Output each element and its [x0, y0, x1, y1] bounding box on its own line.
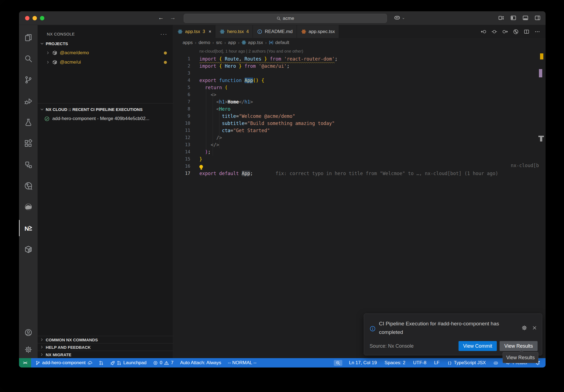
notification-settings-gear-icon[interactable]: [522, 319, 527, 336]
run-circle-icon[interactable]: [513, 29, 519, 34]
lightbulb-icon[interactable]: [199, 165, 203, 168]
code-token: h1: [245, 99, 250, 105]
activity-item-edge-browser[interactable]: [19, 196, 37, 217]
code-token: "Build something amazing today": [247, 121, 335, 126]
code-token: }: [236, 63, 245, 69]
activity-item-extensions[interactable]: [19, 133, 37, 154]
activity-item-search[interactable]: [19, 48, 37, 69]
copilot-menu[interactable]: ⌄: [394, 15, 405, 21]
ellipsis-icon[interactable]: [535, 29, 540, 34]
close-window-button[interactable]: [25, 16, 29, 20]
layout-panel-icon[interactable]: [522, 15, 528, 21]
tab-app.tsx[interactable]: app.tsx3×: [173, 25, 215, 38]
code-token: [199, 149, 205, 155]
code-token: [199, 113, 222, 119]
status-language-mode[interactable]: {}TypeScript JSX: [446, 360, 487, 366]
pipeline-execution-item[interactable]: add-hero-component - Merge 409b44e5cb02.…: [38, 114, 173, 123]
project-tree-item[interactable]: @acme/ui: [38, 58, 173, 67]
tab-label: app.tsx: [185, 29, 200, 34]
status-problems[interactable]: 07: [152, 360, 175, 366]
command-center-search[interactable]: acme: [184, 14, 387, 23]
chevron-right-icon: [46, 60, 50, 64]
tab-hero.tsx[interactable]: hero.tsx4: [215, 25, 253, 38]
code-token: export: [199, 78, 219, 83]
view-results-button[interactable]: View Results: [500, 341, 538, 351]
nav-back-icon[interactable]: [481, 29, 486, 34]
breadcrumb-item-app.tsx[interactable]: app.tsx: [242, 40, 263, 45]
nx-cloud-section-header[interactable]: NX CLOUD :: RECENT CI PIPELINE EXECUTION…: [38, 105, 173, 114]
view-commit-button[interactable]: View Commit: [459, 341, 497, 351]
status-text: LF: [434, 360, 440, 366]
status-zoom-indicator[interactable]: [334, 360, 342, 366]
status-git-compare[interactable]: [98, 361, 105, 365]
status-text: 7: [171, 360, 173, 366]
zoom-window-button[interactable]: [40, 16, 44, 20]
activity-item-source-control[interactable]: [19, 69, 37, 90]
chevron-down-icon: [40, 42, 44, 46]
section-label: NX MIGRATE: [46, 352, 71, 357]
activity-item-settings[interactable]: [19, 341, 37, 358]
tab-README.md[interactable]: README.md: [253, 25, 297, 38]
activity-item-nx-console[interactable]: N: [19, 217, 37, 239]
section-help-and-feedback[interactable]: HELP AND FEEDBACK: [38, 343, 173, 351]
status-git-branch-status[interactable]: add-hero-component: [34, 360, 93, 366]
activity-item-testing[interactable]: [19, 111, 37, 133]
status-encoding[interactable]: UTF-8: [412, 360, 427, 366]
forward-arrow-icon[interactable]: →: [170, 14, 176, 21]
layout-sidebar-left-icon[interactable]: [510, 15, 516, 21]
status-vim-mode[interactable]: -- NORMAL --: [227, 360, 257, 366]
breadcrumb-item-app[interactable]: app: [228, 40, 236, 45]
breadcrumb-item-default[interactable]: default: [269, 40, 289, 45]
more-actions-icon[interactable]: ···: [160, 31, 167, 37]
code-token: function: [219, 78, 245, 83]
code-line-1: 1import { Route, Routes } from 'react-ro…: [173, 55, 546, 62]
status-text: 0: [160, 360, 162, 366]
activity-item-explorer[interactable]: [19, 27, 37, 48]
back-arrow-icon[interactable]: ←: [158, 14, 164, 21]
breadcrumb-label: default: [275, 40, 289, 45]
activity-item-gitlens-search[interactable]: [19, 175, 37, 196]
status-indentation[interactable]: Spaces: 2: [383, 360, 406, 366]
tab-close-icon[interactable]: ×: [209, 29, 211, 34]
status-cursor-position[interactable]: Ln 17, Col 19: [348, 360, 378, 366]
section-label: HELP AND FEEDBACK: [46, 345, 91, 350]
activity-item-project-explorer[interactable]: [19, 154, 37, 175]
code-line-12: 12 />: [173, 134, 546, 141]
minimize-window-button[interactable]: [32, 16, 37, 20]
activity-item-run-and-debug[interactable]: [19, 90, 37, 111]
status-copilot-status[interactable]: [492, 361, 499, 365]
code-token: ): [205, 149, 208, 155]
section-common-nx-commands[interactable]: COMMON NX COMMANDS: [38, 336, 173, 343]
project-tree-item[interactable]: @acme/demo: [38, 48, 173, 58]
nav-current-icon[interactable]: [492, 29, 497, 34]
activity-item-accounts[interactable]: [19, 324, 37, 341]
indent-guide: [213, 91, 213, 156]
code-token: [199, 106, 216, 112]
activity-item-package-explorer[interactable]: [19, 239, 37, 260]
breadcrumb-item-src[interactable]: src: [216, 40, 222, 45]
split-icon[interactable]: [524, 29, 529, 34]
projects-section-header[interactable]: PROJECTS: [38, 39, 173, 48]
modified-dot: [164, 61, 167, 64]
code-token: h1: [219, 99, 225, 105]
line-number: 7: [173, 98, 190, 105]
tab-app.spec.tsx[interactable]: app.spec.tsx: [297, 25, 339, 38]
breadcrumb-item-apps[interactable]: apps: [183, 40, 193, 45]
status-bar: >< add-hero-componentLaunchpad07Auto Att…: [19, 358, 546, 368]
notification-close-icon[interactable]: [532, 319, 537, 336]
breadcrumb-item-demo[interactable]: demo: [199, 40, 210, 45]
section-nx-migrate[interactable]: NX MIGRATE: [38, 351, 173, 358]
react-icon: [178, 29, 183, 34]
code-editor[interactable]: nx-cloud[bot], 1 hour ago | 2 authors (Y…: [173, 47, 546, 358]
layout-custom-icon[interactable]: [498, 15, 504, 21]
remote-indicator[interactable]: ><: [19, 358, 31, 368]
status-eol[interactable]: LF: [433, 360, 441, 366]
nav-forward-icon[interactable]: [502, 29, 508, 34]
source-control-icon: [24, 76, 32, 84]
layout-sidebar-right-icon[interactable]: [535, 15, 541, 21]
line-content: import { Route, Routes } from 'react-rou…: [190, 55, 338, 62]
status-auto-attach[interactable]: Auto Attach: Always: [179, 360, 222, 366]
activity-bar-bottom: [19, 324, 37, 358]
status-text: add-hero-component: [42, 360, 86, 366]
status-launchpad[interactable]: Launchpad: [109, 360, 148, 366]
